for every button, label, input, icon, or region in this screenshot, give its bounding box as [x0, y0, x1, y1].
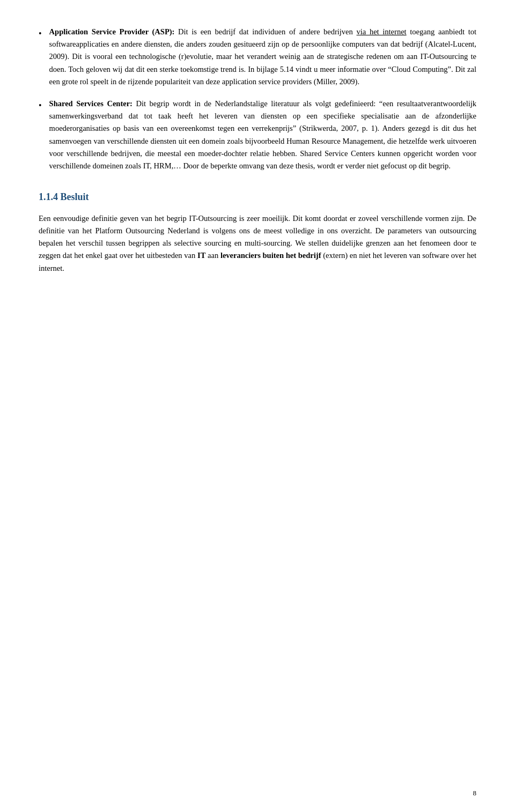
asp-text2: toegang aanbiedt tot softwareapplicaties…: [49, 27, 476, 86]
para-bold1: IT: [197, 251, 205, 260]
section-heading: 1.1.4 Besluit: [39, 189, 476, 205]
section-paragraph: Een eenvoudige definitie geven van het b…: [39, 212, 476, 275]
asp-label: Application Service Provider (ASP):: [49, 27, 175, 36]
page-number: 8: [473, 788, 477, 799]
para-bold2: leveranciers buiten het bedrijf: [220, 251, 321, 260]
bullet-item-asp: • Application Service Provider (ASP): Di…: [39, 26, 476, 88]
ssc-label: Shared Services Center:: [49, 99, 133, 108]
bullet-text-ssc: Shared Services Center: Dit begrip wordt…: [49, 98, 476, 172]
asp-link: via het internet: [357, 27, 407, 36]
ssc-text: Dit begrip wordt in de Nederlandstalige …: [49, 99, 476, 170]
asp-text1: Dit is een bedrijf dat individuen of and…: [174, 27, 356, 36]
bullet-text-asp: Application Service Provider (ASP): Dit …: [49, 26, 476, 88]
page: • Application Service Provider (ASP): Di…: [0, 0, 515, 812]
bullet-symbol-ssc: •: [39, 99, 42, 113]
bullet-item-ssc: • Shared Services Center: Dit begrip wor…: [39, 98, 476, 172]
bullet-symbol-asp: •: [39, 27, 42, 41]
para-text-mid: aan: [205, 251, 220, 260]
